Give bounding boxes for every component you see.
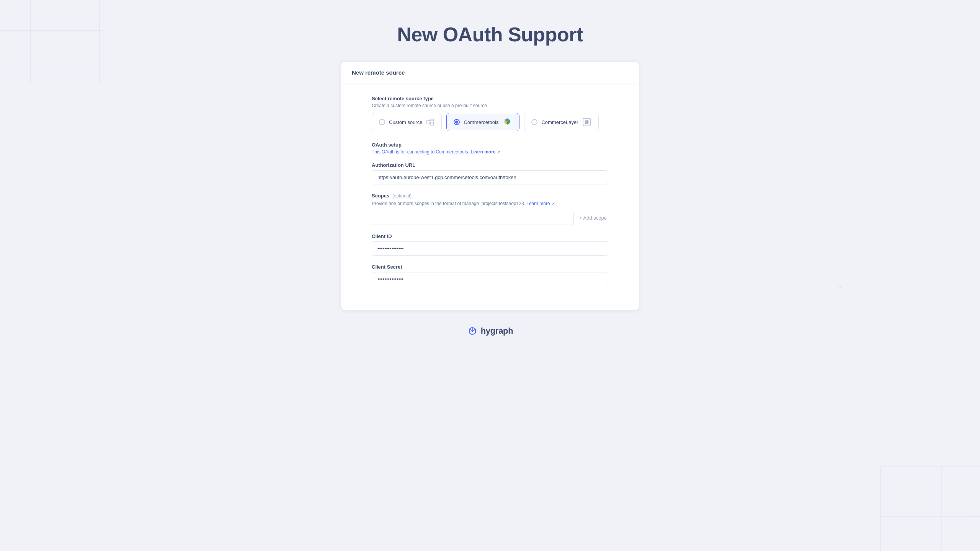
source-option-commercelayer[interactable]: CommerceLayer (524, 113, 598, 131)
commercetools-icon (502, 117, 512, 127)
client-secret-input[interactable] (372, 272, 608, 286)
source-type-description: Create a custom remote source or use a p… (372, 103, 608, 108)
authorization-url-field: Authorization URL (372, 162, 608, 184)
page-content: New OAuth Support New remote source Sele… (0, 0, 980, 367)
hygraph-logo: hygraph (467, 326, 513, 336)
source-type-section: Select remote source type Create a custo… (372, 96, 608, 131)
scopes-optional-label: (optional) (392, 193, 412, 199)
svg-line-21 (880, 516, 881, 517)
card-body: Select remote source type Create a custo… (341, 83, 639, 310)
svg-line-17 (880, 466, 881, 468)
hygraph-logo-text: hygraph (481, 326, 513, 336)
hygraph-logo-icon (467, 326, 478, 336)
page-title: New OAuth Support (397, 23, 583, 46)
scopes-input[interactable] (372, 211, 574, 225)
svg-line-23 (941, 516, 942, 517)
authorization-url-label: Authorization URL (372, 162, 608, 168)
oauth-setup-label: OAuth setup (372, 142, 608, 148)
radio-commercelayer (531, 119, 537, 125)
source-option-commercetools[interactable]: Commercetools (446, 113, 519, 131)
svg-line-18 (941, 466, 942, 468)
commercelayer-icon (582, 117, 591, 127)
svg-line-20 (880, 516, 881, 517)
scopes-learn-more-link[interactable]: Learn more (526, 201, 550, 206)
svg-line-22 (941, 516, 942, 517)
oauth-setup-description: This OAuth is for connecting to Commerce… (372, 149, 608, 155)
oauth-description-text: This OAuth is for connecting to Commerce… (372, 149, 469, 155)
scopes-external-link-icon: ↗ (551, 202, 554, 206)
source-option-custom-label: Custom source (389, 119, 422, 125)
footer: hygraph (467, 326, 513, 336)
svg-line-16 (880, 466, 881, 468)
source-type-label: Select remote source type (372, 96, 608, 101)
oauth-setup-section: OAuth setup This OAuth is for connecting… (372, 142, 608, 155)
radio-custom (379, 119, 385, 125)
svg-rect-28 (427, 120, 430, 124)
source-type-row: Custom source Commercetools (372, 113, 608, 131)
radio-commercetools (454, 119, 460, 125)
client-secret-label: Client Secret (372, 264, 608, 270)
card-header: New remote source (341, 62, 639, 83)
svg-rect-30 (431, 122, 434, 125)
client-id-label: Client ID (372, 233, 608, 239)
scopes-input-row: + Add scope (372, 211, 608, 225)
source-option-custom[interactable]: Custom source (372, 113, 442, 131)
svg-line-19 (941, 466, 942, 468)
card-header-title: New remote source (352, 69, 405, 76)
source-option-commercetools-label: Commercetools (464, 119, 498, 125)
client-secret-field: Client Secret (372, 264, 608, 286)
client-id-field: Client ID (372, 233, 608, 256)
custom-source-icon (426, 118, 434, 126)
svg-rect-29 (431, 119, 434, 121)
svg-point-39 (472, 330, 473, 332)
oauth-learn-more-link[interactable]: Learn more (470, 149, 495, 155)
add-scope-button[interactable]: + Add scope (578, 215, 608, 221)
scopes-field: Scopes (optional) Provide one or more sc… (372, 193, 608, 225)
external-link-icon: ↗ (497, 150, 500, 154)
client-id-input[interactable] (372, 241, 608, 256)
source-option-commercelayer-label: CommerceLayer (541, 119, 578, 125)
card: New remote source Select remote source t… (341, 61, 639, 310)
authorization-url-input[interactable] (372, 170, 608, 184)
scopes-description: Provide one or more scopes in the format… (372, 201, 608, 206)
scopes-label: Scopes (optional) (372, 193, 608, 199)
